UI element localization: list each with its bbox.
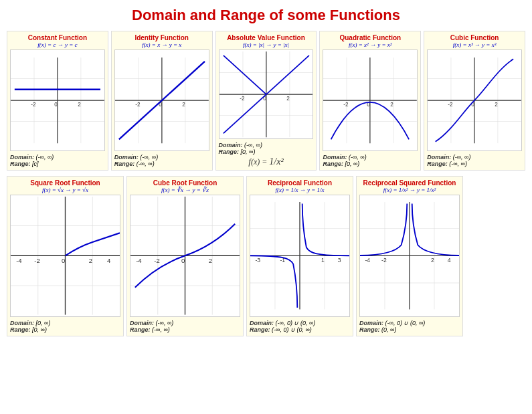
- reciprocal2-formula: f(x) = 1/x² → y = 1/x²: [359, 187, 460, 193]
- cbrt-formula: f(x) = ∛x → y = ∛x: [130, 187, 240, 193]
- svg-text:-2: -2: [381, 257, 387, 264]
- sqrt-function-card: Square Root Function f(x) = √x → y = √x …: [7, 176, 124, 336]
- constant-domain-range: Domain: (-∞, ∞) Range: [c]: [10, 154, 105, 167]
- cbrt-graph: -4 -2 0 2: [130, 195, 240, 317]
- reciprocal-title: Reciprocal Function: [250, 179, 350, 187]
- cubic-title: Cubic Function: [427, 34, 522, 41]
- reciprocal-domain-range: Domain: (-∞, 0) ∪ (0, ∞) Range: (-∞, 0) …: [250, 320, 350, 333]
- svg-text:-2: -2: [344, 102, 349, 108]
- identity-title: Identity Function: [114, 34, 209, 41]
- svg-text:0: 0: [54, 102, 58, 108]
- svg-text:-2: -2: [135, 102, 141, 108]
- reciprocal2-graph: -4 -2 2 4: [359, 195, 460, 317]
- absolute-graph: -2 0 2: [219, 49, 314, 139]
- sqrt-domain-range: Domain: [0, ∞) Range: [0, ∞): [10, 320, 120, 333]
- svg-text:-4: -4: [365, 257, 370, 264]
- svg-text:-4: -4: [136, 257, 141, 264]
- cubic-graph: -2 0 2: [427, 49, 522, 151]
- reciprocal-function-card: Reciprocal Function f(x) = 1/x → y = 1/x…: [246, 176, 353, 336]
- svg-text:0: 0: [181, 257, 185, 264]
- svg-text:2: 2: [78, 102, 81, 108]
- svg-text:3: 3: [338, 257, 341, 264]
- reciprocal2-function-card: Reciprocal Squared Function f(x) = 1/x² …: [356, 176, 463, 336]
- cbrt-title: Cube Root Function: [130, 179, 240, 187]
- cbrt-domain-range: Domain: (-∞, ∞) Range: (-∞, ∞): [130, 320, 240, 333]
- sqrt-title: Square Root Function: [10, 179, 120, 187]
- cubic-domain-range: Domain: (-∞, ∞) Range: (-∞, ∞): [427, 154, 522, 167]
- cubic-function-card: Cubic Function f(x) = x³ → y = x³ -2 0 2…: [424, 31, 525, 171]
- svg-text:1: 1: [321, 257, 325, 264]
- identity-graph: -2 0 2: [114, 49, 209, 151]
- top-row: Constant Function f(x) = c → y = c -2 0 …: [7, 31, 525, 171]
- reciprocal2-title: Reciprocal Squared Function: [359, 179, 460, 187]
- svg-text:2: 2: [209, 257, 212, 264]
- absolute-title: Absolute Value Function: [219, 34, 314, 41]
- constant-function-card: Constant Function f(x) = c → y = c -2 0 …: [7, 31, 108, 171]
- page-title: Domain and Range of some Functions: [7, 7, 525, 24]
- svg-text:-4: -4: [16, 257, 21, 264]
- identity-formula: f(x) = x → y = x: [114, 41, 209, 48]
- sqrt-graph: -4 -2 0 2 4: [10, 195, 120, 317]
- quadratic-formula: f(x) = x² → y = x²: [323, 41, 418, 48]
- svg-text:-2: -2: [240, 96, 245, 102]
- bottom-row: Square Root Function f(x) = √x → y = √x …: [7, 176, 525, 336]
- svg-text:-2: -2: [34, 257, 39, 264]
- quadratic-title: Quadratic Function: [323, 34, 418, 41]
- svg-text:4: 4: [448, 257, 451, 264]
- svg-text:-2: -2: [154, 257, 159, 264]
- svg-text:-3: -3: [255, 257, 260, 264]
- constant-title: Constant Function: [10, 34, 105, 41]
- reciprocal-formula: f(x) = 1/x → y = 1/x: [250, 187, 350, 193]
- absolute-function-card: Absolute Value Function f(x) = |x| → y =…: [215, 31, 317, 171]
- reciprocal2-domain-range: Domain: (-∞, 0) ∪ (0, ∞) Range: (0, ∞): [359, 320, 460, 333]
- reciprocal-graph: -3 -1 1 3: [250, 195, 350, 317]
- svg-text:2: 2: [495, 102, 498, 108]
- identity-function-card: Identity Function f(x) = x → y = x -2 0 …: [111, 31, 213, 171]
- svg-text:2: 2: [286, 96, 290, 102]
- quadratic-domain-range: Domain: (-∞, ∞) Range: [0, ∞): [323, 154, 418, 167]
- absolute-domain-range: Domain: (-∞, ∞) Range: [0, ∞): [219, 142, 314, 155]
- identity-domain-range: Domain: (-∞, ∞) Range: (-∞, ∞): [114, 154, 209, 167]
- svg-text:-2: -2: [31, 102, 36, 108]
- quadratic-graph: -2 0 2: [323, 49, 418, 151]
- quadratic-function-card: Quadratic Function f(x) = x² → y = x² -2…: [319, 31, 421, 171]
- svg-text:0: 0: [62, 257, 65, 264]
- svg-text:4: 4: [107, 257, 110, 264]
- absolute-formula: f(x) = |x| → y = |x|: [219, 41, 314, 48]
- svg-text:2: 2: [89, 257, 92, 264]
- svg-text:2: 2: [391, 102, 394, 108]
- constant-formula: f(x) = c → y = c: [10, 41, 105, 48]
- svg-text:-2: -2: [448, 102, 453, 108]
- cbrt-function-card: Cube Root Function f(x) = ∛x → y = ∛x -4…: [126, 176, 244, 336]
- sqrt-formula: f(x) = √x → y = √x: [10, 187, 120, 193]
- cubic-formula: f(x) = x³ → y = x³: [427, 41, 522, 48]
- svg-text:2: 2: [431, 257, 434, 264]
- constant-graph: -2 0 2: [10, 49, 105, 151]
- svg-text:2: 2: [182, 102, 185, 108]
